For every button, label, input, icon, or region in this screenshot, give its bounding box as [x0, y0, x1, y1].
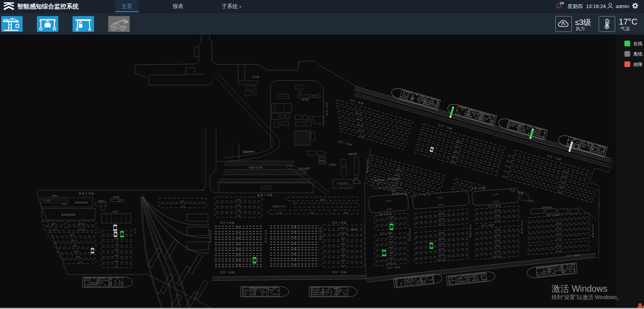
svg-text:线: 线: [265, 238, 267, 240]
svg-text:路: 路: [521, 231, 523, 233]
svg-text:西 区 二 线 路: 西 区 二 线 路: [220, 221, 234, 224]
svg-text:29号: 29号: [51, 223, 56, 225]
svg-text:21号: 21号: [77, 261, 82, 263]
svg-text:32号: 32号: [236, 259, 241, 261]
svg-text:47号: 47号: [292, 231, 297, 233]
svg-text:疏港主闸口: 疏港主闸口: [243, 150, 256, 153]
svg-text:五: 五: [469, 230, 472, 232]
svg-text:48号: 48号: [292, 226, 297, 228]
svg-text:四: 四: [209, 235, 211, 238]
svg-text:新集装箱堆场: 新集装箱堆场: [75, 201, 88, 204]
svg-text:A06号: A06号: [388, 235, 395, 238]
svg-text:综合楼: 综合楼: [113, 196, 119, 199]
svg-text:B02号: B02号: [438, 253, 444, 256]
svg-text:区: 区: [209, 232, 211, 235]
svg-text:六: 六: [521, 226, 523, 228]
svg-text:西: 西: [265, 230, 267, 232]
svg-text:路: 路: [319, 238, 322, 240]
svg-text:设备运行(中心): 设备运行(中心): [272, 205, 286, 208]
svg-text:线: 线: [521, 228, 523, 231]
svg-text:西 区 一 线 路: 西 区 一 线 路: [220, 271, 234, 274]
svg-text:区: 区: [326, 105, 328, 107]
svg-text:线: 线: [319, 235, 322, 238]
svg-text:23号: 23号: [74, 250, 79, 253]
svg-text:13号: 13号: [114, 248, 119, 251]
svg-text:区: 区: [469, 227, 472, 229]
svg-text:58号: 58号: [344, 212, 348, 214]
svg-text:45号: 45号: [292, 242, 297, 245]
svg-text:A02号: A02号: [388, 256, 395, 259]
svg-text:A08号: A08号: [388, 221, 395, 224]
svg-text:安全监控中心: 安全监控中心: [337, 182, 350, 185]
svg-text:301号: 301号: [112, 210, 118, 213]
svg-text:B09号: B09号: [438, 212, 444, 215]
svg-text:驳船作业走廊: 驳船作业走廊: [249, 166, 263, 169]
svg-text:备电间: 备电间: [351, 228, 357, 231]
svg-text:区: 区: [366, 162, 368, 164]
svg-text:新集装箱堆场: 新集装箱堆场: [61, 213, 75, 216]
svg-text:区: 区: [265, 232, 267, 235]
svg-text:13:16:24: 13:16:24: [586, 3, 606, 9]
svg-text:离线: 离线: [633, 51, 642, 57]
svg-text:线: 线: [409, 236, 411, 238]
svg-text:28号(冷): 28号(冷): [78, 223, 86, 225]
svg-text:24号: 24号: [73, 245, 77, 247]
svg-text:B07号: B07号: [438, 223, 444, 225]
svg-text:西 区 一 线 路: 西 区 一 线 路: [332, 271, 347, 274]
svg-text:四: 四: [409, 233, 411, 236]
svg-text:竣工楼: 竣工楼: [302, 98, 309, 101]
svg-text:三: 三: [265, 235, 267, 237]
svg-text:线: 线: [326, 110, 328, 113]
svg-text:36号: 36号: [236, 237, 241, 239]
svg-text:六: 六: [326, 108, 328, 110]
svg-text:办公楼: 办公楼: [44, 199, 50, 202]
svg-text:号: 号: [134, 231, 136, 233]
svg-text:B04号: B04号: [438, 242, 444, 245]
svg-text:A05号: A05号: [388, 240, 395, 243]
svg-text:星期四: 星期四: [568, 3, 583, 9]
svg-text:区: 区: [319, 230, 322, 232]
svg-text:B10号: B10号: [438, 203, 444, 206]
svg-text:路: 路: [326, 113, 328, 115]
svg-text:东: 东: [520, 220, 523, 223]
svg-text:18: 18: [560, 1, 564, 5]
svg-text:B06号: B06号: [438, 232, 444, 234]
svg-text:54号: 54号: [341, 248, 346, 250]
svg-text:维修车间: 维修车间: [348, 153, 357, 156]
svg-text:区: 区: [592, 227, 594, 229]
svg-text:路: 路: [265, 240, 267, 243]
svg-text:44号: 44号: [292, 248, 297, 250]
svg-text:11号: 11号: [114, 260, 119, 262]
svg-text:三: 三: [155, 278, 157, 280]
svg-text:七: 七: [592, 230, 594, 232]
svg-text:27号: 27号: [53, 228, 57, 230]
svg-text:东: 东: [469, 224, 472, 227]
svg-text:A11号: A11号: [385, 200, 391, 202]
svg-text:船舶设备库: 船舶设备库: [374, 179, 385, 182]
svg-text:71号: 71号: [236, 215, 241, 217]
svg-text:区: 区: [409, 231, 411, 233]
svg-text:52号: 52号: [341, 259, 346, 261]
svg-text:吊机维修区: 吊机维修区: [542, 206, 552, 209]
svg-text:综合楼: 综合楼: [252, 76, 259, 79]
svg-text:新 港 二 号 路: 新 港 二 号 路: [79, 192, 94, 195]
svg-text:55号: 55号: [341, 243, 346, 245]
svg-text:路: 路: [592, 235, 594, 237]
svg-text:14号: 14号: [114, 243, 119, 245]
svg-text:东: 东: [408, 228, 411, 230]
svg-text:57号(冷): 57号(冷): [339, 232, 347, 234]
svg-text:21号: 21号: [114, 265, 119, 268]
svg-text:27号(冷): 27号(冷): [78, 228, 86, 230]
svg-text:四: 四: [134, 228, 136, 231]
svg-text:区: 区: [521, 223, 523, 225]
svg-text:西 区 二 线 路: 西 区 二 线 路: [332, 221, 347, 224]
svg-text:35号: 35号: [236, 243, 241, 245]
svg-text:三: 三: [319, 233, 322, 235]
svg-text:B03号: B03号: [438, 248, 444, 250]
svg-text:路: 路: [209, 240, 211, 243]
svg-text:38号: 38号: [236, 226, 241, 228]
svg-text:73号: 73号: [236, 204, 241, 206]
svg-text:76号: 76号: [180, 200, 185, 202]
svg-text:12号: 12号: [114, 254, 119, 256]
svg-text:西: 西: [209, 230, 211, 232]
